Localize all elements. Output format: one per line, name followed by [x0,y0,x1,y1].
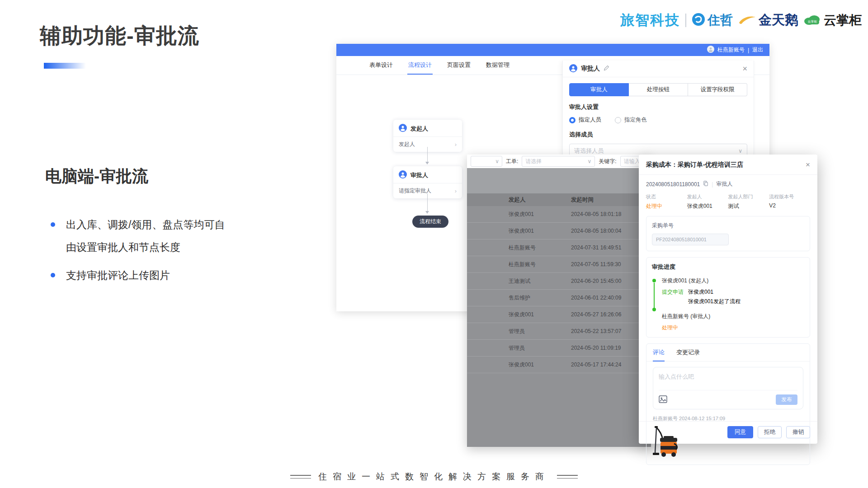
table-body: 张俊虎001 2024-08-05 18:01:18 张俊虎001 2024-0… [467,206,651,373]
select-placeholder: 请选择人员 [574,147,604,155]
cell-time: 2024-05-22 13:57:07 [571,328,621,334]
comment-input-box[interactable]: 输入点什么吧 发布 [653,367,803,409]
list-item: 出入库、调拨/领用、盘点等均可自由设置审批人和节点长度 [50,213,231,258]
table-row[interactable]: 售后维护 2024-06-01 22:40:09 [467,290,651,306]
timeline-step2: 杜燕新账号 (审批人) [662,313,804,320]
field-label: 流程版本号 [769,193,810,200]
copy-icon[interactable] [703,181,708,188]
cell-time: 2024-06-20 15:45:00 [571,278,621,284]
logo-jintiane: 金天鹅 [738,11,798,29]
cell-time: 2024-08-05 18:00:04 [571,228,621,234]
member-label: 选择成员 [569,131,747,139]
comments-card: 评论 变更记录 输入点什么吧 发布 杜燕新账号 2024-08-12 15:17… [646,343,810,465]
table-row[interactable]: 杜燕新账号 2024-07-31 16:49:51 [467,239,651,256]
node-subtitle: 请指定审批人 [399,187,431,195]
radio-unselected-icon [615,117,621,123]
table-row[interactable]: 张俊虎001 2024-08-05 18:00:04 [467,223,651,239]
edit-pencil-icon[interactable] [604,65,609,72]
logo-lvzhi: 旅智科技 [620,11,680,30]
tab-flow-design[interactable]: 流程设计 [407,56,433,75]
tab-action-buttons[interactable]: 处理按钮 [629,83,688,96]
cell-time: 2024-05-17 17:44:24 [571,361,621,368]
comments-tab-bar: 评论 变更记录 [646,344,810,361]
logo-jintiane-text: 金天鹅 [759,11,798,29]
filter-bar: ∨ 工单: 请选择 ∨ 关键字: 请输入查询内容 [467,155,651,168]
logout-button[interactable]: 退出 [752,46,763,54]
order-filter-label: 工单: [506,158,518,165]
flow-node-approver[interactable]: 审批人 请指定审批人 › [393,166,462,198]
table-row[interactable]: 杜燕新账号 2024-07-05 11:59:30 [467,256,651,273]
tab-change-log[interactable]: 变更记录 [676,348,700,361]
approval-list-window: ∨ 工单: 请选择 ∨ 关键字: 请输入查询内容 发起人 发起时间 张俊虎001… [467,155,651,447]
comment-toolbar: 发布 [659,390,797,405]
revoke-button[interactable]: 撤销 [786,426,810,438]
timeline-step1: 张俊虎001 (发起人) [662,277,804,285]
reject-button[interactable]: 拒绝 [758,426,782,438]
filter-select-partial[interactable]: ∨ [471,156,502,167]
field-initiator: 发起人 张俊虎001 [687,193,728,210]
radio-assign-person[interactable]: 指定人员 [569,116,601,124]
cell-initiator: 王迪测试 [509,277,530,285]
panel-title: 审批人 [581,65,600,73]
flow-arrow [427,193,428,213]
approver-settings-panel: 审批人 × 审批人 处理按钮 设置字段权限 审批人设置 指定人员 指定角色 选择… [562,61,754,155]
timeline-actor-block: 张俊虎001 张俊虎001发起了流程 [688,288,741,305]
cell-time: 2024-05-20 11:09:19 [571,345,621,351]
field-status: 状态 处理中 [646,193,687,210]
list-item: 支持审批评论上传图片 [50,264,231,286]
tab-form-design[interactable]: 表单设计 [368,56,394,75]
approval-timeline: 张俊虎001 (发起人) 提交申请 张俊虎001 张俊虎001发起了流程 杜燕新… [652,277,804,332]
radio-assign-role[interactable]: 指定角色 [615,116,647,124]
tab-page-settings[interactable]: 页面设置 [446,56,472,75]
table-row[interactable]: 张俊虎001 2024-05-27 16:26:06 [467,306,651,323]
close-icon[interactable]: × [742,64,747,74]
field-label: 状态 [646,193,687,200]
image-upload-icon[interactable] [659,395,667,404]
bullet-text: 出入库、调拨/领用、盘点等均可自由设置审批人和节点长度 [66,219,225,253]
field-value: 张俊虎001 [687,202,728,210]
cell-time: 2024-08-05 18:01:18 [571,211,621,217]
publish-button[interactable]: 发布 [776,394,797,405]
column-header-initiator: 发起人 [509,196,526,204]
tab-field-permissions[interactable]: 设置字段权限 [688,83,747,96]
chevron-down-icon: ∨ [588,158,592,164]
field-label: 发起人 [687,193,728,200]
timeline-step1-detail: 提交申请 张俊虎001 张俊虎001发起了流程 [662,288,804,305]
table-row[interactable]: 张俊虎001 2024-05-17 17:44:24 [467,357,651,373]
node-title: 发起人 [410,125,428,133]
designer-topbar: 杜燕新账号 | 退出 [336,44,769,56]
table-row[interactable]: 管理员 2024-05-20 11:09:19 [467,340,651,357]
purchase-label: 采购单号 [652,222,804,230]
flow-node-initiator[interactable]: 发起人 发起人 › [393,120,462,152]
table-row[interactable]: 王迪测试 2024-06-20 15:45:00 [467,273,651,290]
purchase-number-input[interactable]: PF2024080518010001 [652,234,729,245]
tab-comments[interactable]: 评论 [653,348,665,361]
timeline-action: 提交申请 [662,288,684,305]
user-icon [399,124,407,133]
tab-data-management[interactable]: 数据管理 [485,56,510,75]
chevron-right-icon: › [455,188,457,194]
table-row[interactable]: 张俊虎001 2024-08-05 18:01:18 [467,206,651,223]
column-header-time: 发起时间 [571,196,594,204]
progress-title: 审批进度 [652,263,804,271]
title-accent-bar [44,63,86,69]
brand-logos: 旅智科技 住哲 金天鹅 云掌柜 云掌柜 [620,11,862,30]
order-select[interactable]: 请选择 ∨ [522,156,595,167]
chevron-down-icon: ∨ [495,158,499,164]
approve-button[interactable]: 同意 [727,426,753,438]
close-icon[interactable]: × [806,160,810,169]
field-department: 发起人部门 测试 [728,193,769,210]
user-icon [399,170,407,180]
field-grid: 状态 处理中 发起人 张俊虎001 发起人部门 测试 流程版本号 V2 [646,193,810,210]
chevron-right-icon: › [455,141,457,148]
modal-title: 采购成本：采购订单-优程培训三店 [646,161,743,169]
tab-approver[interactable]: 审批人 [569,83,629,96]
field-value: V2 [769,202,810,209]
account-name[interactable]: 杜燕新账号 [717,46,745,54]
bullet-list: 出入库、调拨/领用、盘点等均可自由设置审批人和节点长度 支持审批评论上传图片 [50,213,231,292]
cell-initiator: 杜燕新账号 [509,261,536,268]
cell-time: 2024-06-01 22:40:09 [571,295,621,301]
footer-line [557,475,578,479]
table-row[interactable]: 管理员 2024-05-22 13:57:07 [467,323,651,340]
cell-time: 2024-07-31 16:49:51 [571,244,621,251]
